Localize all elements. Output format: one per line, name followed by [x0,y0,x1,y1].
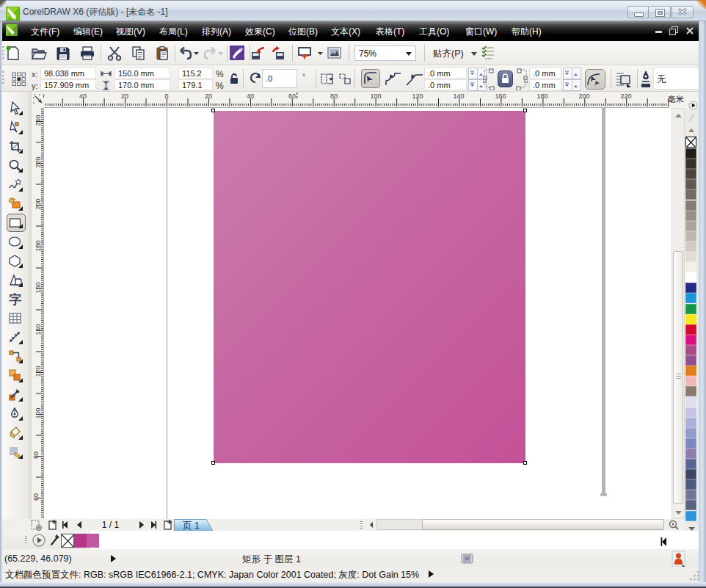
svg-text:字: 字 [10,292,22,307]
